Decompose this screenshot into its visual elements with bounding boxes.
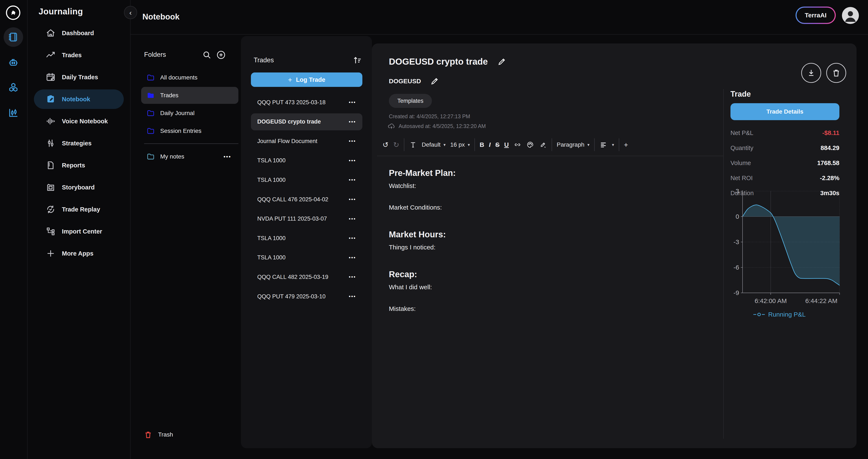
font-family-dropdown[interactable]: Default▾ xyxy=(422,141,446,148)
trade-list-item[interactable]: TSLA 1000 ••• xyxy=(251,249,362,266)
trade-list-item[interactable]: QQQ CALL 476 2025-04-02 ••• xyxy=(251,191,362,208)
wave-icon xyxy=(46,116,56,126)
rail-item-candles[interactable] xyxy=(4,103,23,123)
doc-paragraph: Watchlist: xyxy=(389,181,707,190)
font-size-dropdown[interactable]: 16 px▾ xyxy=(450,141,470,148)
panel-divider xyxy=(723,89,724,439)
trade-list-item[interactable]: TSLA 1000 ••• xyxy=(251,172,362,188)
more-options-icon[interactable]: ••• xyxy=(349,158,356,163)
sidebar-item-trades[interactable]: Trades xyxy=(34,45,124,65)
legend-label: Running P&L xyxy=(768,311,806,318)
chart-legend[interactable]: Running P&L xyxy=(753,311,806,318)
rail-item-robot[interactable] xyxy=(4,53,23,72)
folder-item-trades[interactable]: Trades xyxy=(141,87,239,104)
svg-text:-9: -9 xyxy=(734,289,739,296)
more-options-icon[interactable]: ••• xyxy=(349,255,356,261)
folder-item-daily-journal[interactable]: Daily Journal xyxy=(141,105,239,122)
align-left-icon[interactable] xyxy=(599,141,607,149)
trade-list-item[interactable]: DOGEUSD crypto trade ••• xyxy=(251,113,362,130)
app-logo[interactable] xyxy=(6,5,20,20)
sidebar-collapse-button[interactable]: ‹ xyxy=(124,6,137,19)
sidebar-item-voice-notebook[interactable]: Voice Notebook xyxy=(34,112,124,131)
sidebar-item-reports[interactable]: Reports xyxy=(34,156,124,175)
running-pnl-chart: 30-3-6-96:42:00 AM6:44:22 AM xyxy=(727,186,845,305)
more-options-icon[interactable]: ••• xyxy=(349,138,356,144)
doc-blank-line xyxy=(389,215,707,225)
templates-button[interactable]: Templates xyxy=(389,94,432,108)
trade-list-item[interactable]: QQQ PUT 473 2025-03-18 ••• xyxy=(251,94,362,111)
sidebar-item-import-center[interactable]: Import Center xyxy=(34,222,124,241)
more-options-icon[interactable]: ••• xyxy=(349,196,356,203)
trash-item[interactable]: Trash xyxy=(144,427,208,442)
block-type-dropdown[interactable]: Paragraph▾ xyxy=(557,141,590,148)
folder-icon xyxy=(147,73,155,82)
sidebar-item-more-apps[interactable]: More Apps xyxy=(34,244,124,263)
calendar-icon xyxy=(46,72,56,82)
edit-symbol-icon[interactable] xyxy=(430,77,439,85)
document-symbol: DOGEUSD xyxy=(389,78,421,85)
chevron-down-icon[interactable]: ▾ xyxy=(612,142,614,147)
folder-item-my-notes[interactable]: My notes••• xyxy=(141,148,239,165)
trade-list-item[interactable]: TSLA 1000 ••• xyxy=(251,230,362,247)
more-options-icon[interactable]: ••• xyxy=(349,177,356,183)
undo-icon[interactable]: ↺ xyxy=(382,141,389,148)
search-icon[interactable] xyxy=(203,51,211,59)
more-options-icon[interactable]: ••• xyxy=(349,99,356,105)
trash-icon xyxy=(832,68,841,78)
journal-icon xyxy=(8,32,19,42)
text-color-icon[interactable] xyxy=(526,141,534,149)
add-folder-icon[interactable] xyxy=(216,50,226,60)
topbar: Notebook TerraAI xyxy=(130,0,868,34)
doc-paragraph: Things I noticed: xyxy=(389,243,707,252)
more-options-icon[interactable]: ••• xyxy=(349,119,356,125)
more-options-icon[interactable]: ••• xyxy=(223,153,231,160)
trade-list-item[interactable]: NVDA PUT 111 2025-03-07 ••• xyxy=(251,210,362,227)
link-icon[interactable] xyxy=(514,141,522,149)
robot-icon xyxy=(8,57,19,68)
download-button[interactable] xyxy=(801,63,821,83)
sidebar-item-dashboard[interactable]: Dashboard xyxy=(34,23,124,43)
app-title: Journaling xyxy=(38,7,83,16)
sidebar-item-trade-replay[interactable]: Trade Replay xyxy=(34,200,124,219)
sidebar-item-daily-trades[interactable]: Daily Trades xyxy=(34,67,124,87)
file-icon xyxy=(46,160,56,170)
avatar[interactable] xyxy=(842,7,859,24)
italic-button[interactable]: I xyxy=(489,141,491,148)
more-options-icon[interactable]: ••• xyxy=(349,274,356,280)
doc-blank-line xyxy=(389,255,707,265)
sidebar-item-strategies[interactable]: Strategies xyxy=(34,133,124,153)
document-body[interactable]: Pre-Market Plan:Watchlist:Market Conditi… xyxy=(389,167,707,316)
more-options-icon[interactable]: ••• xyxy=(349,294,356,300)
folder-item-session-entries[interactable]: Session Entries xyxy=(141,122,239,140)
doc-paragraph: Mistakes: xyxy=(389,304,707,313)
highlight-icon[interactable] xyxy=(539,141,547,149)
folder-item-all-documents[interactable]: All documents xyxy=(141,69,239,86)
doc-heading: Recap: xyxy=(389,269,707,280)
sidebar-item-storyboard[interactable]: Storyboard xyxy=(34,178,124,197)
sort-icon[interactable] xyxy=(353,56,362,65)
terra-ai-button[interactable]: TerraAI xyxy=(796,6,836,24)
underline-button[interactable]: U xyxy=(504,141,509,148)
insert-block-icon[interactable]: + xyxy=(624,141,628,148)
edit-title-icon[interactable] xyxy=(498,57,506,66)
trades-panel: Trades + Log Trade QQQ PUT 473 2025-03-1… xyxy=(241,36,372,448)
page-title: Notebook xyxy=(143,12,180,22)
redo-icon[interactable]: ↻ xyxy=(393,141,399,148)
delete-button[interactable] xyxy=(826,63,846,83)
trade-list-item[interactable]: Journal Flow Document ••• xyxy=(251,133,362,150)
log-trade-button[interactable]: + Log Trade xyxy=(251,72,362,87)
text-format-icon[interactable] xyxy=(409,141,417,149)
bold-button[interactable]: B xyxy=(479,141,484,148)
trade-details-button[interactable]: Trade Details xyxy=(731,103,839,120)
rail-item-journal[interactable] xyxy=(4,27,23,47)
trade-list-item[interactable]: QQQ PUT 479 2025-03-10 ••• xyxy=(251,288,362,305)
more-options-icon[interactable]: ••• xyxy=(349,235,356,241)
autosave-status: Autosaved at: 4/5/2025, 12:32:20 AM xyxy=(388,122,486,130)
editor-panel: DOGEUSD crypto trade DOGEUSD Templates C… xyxy=(372,43,857,448)
trade-list-item[interactable]: QQQ CALL 482 2025-03-19 ••• xyxy=(251,269,362,285)
trade-list-item[interactable]: TSLA 1000 ••• xyxy=(251,152,362,169)
more-options-icon[interactable]: ••• xyxy=(349,216,356,222)
sidebar-item-notebook[interactable]: Notebook xyxy=(34,89,124,109)
rail-item-cubes[interactable] xyxy=(4,78,23,97)
strikethrough-button[interactable]: S xyxy=(495,141,499,148)
